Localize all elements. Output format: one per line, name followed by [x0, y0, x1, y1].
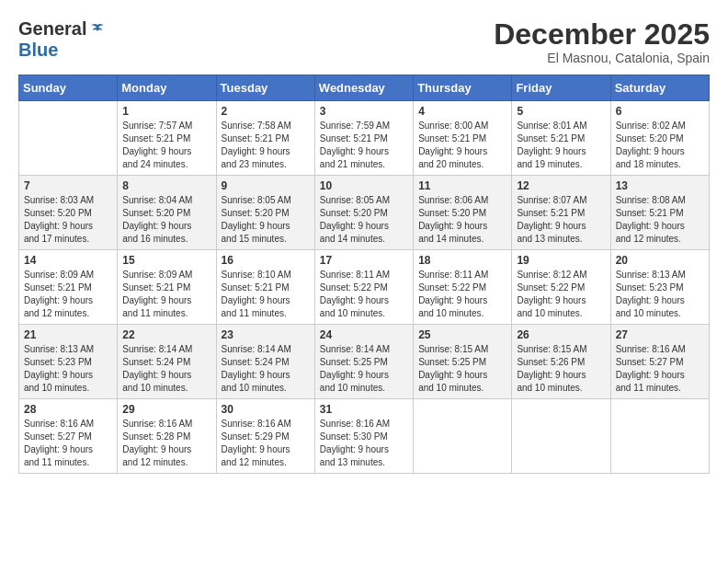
day-info: Sunrise: 8:16 AMSunset: 5:30 PMDaylight:…: [320, 419, 390, 467]
day-number: 20: [616, 254, 704, 267]
day-info: Sunrise: 7:57 AMSunset: 5:21 PMDaylight:…: [122, 121, 192, 169]
calendar-week-2: 7Sunrise: 8:03 AMSunset: 5:20 PMDaylight…: [19, 176, 710, 250]
calendar-week-4: 21Sunrise: 8:13 AMSunset: 5:23 PMDayligh…: [19, 325, 710, 399]
logo-bird-icon: [88, 20, 107, 39]
calendar-cell-w1-d4: 3Sunrise: 7:59 AMSunset: 5:21 PMDaylight…: [314, 101, 413, 176]
calendar-cell-w2-d3: 9Sunrise: 8:05 AMSunset: 5:20 PMDaylight…: [216, 176, 314, 250]
day-number: 15: [122, 254, 210, 267]
day-info: Sunrise: 8:14 AMSunset: 5:24 PMDaylight:…: [122, 344, 192, 393]
day-number: 27: [616, 328, 704, 341]
col-friday: Friday: [512, 75, 610, 101]
day-number: 7: [24, 179, 112, 192]
day-number: 1: [122, 105, 210, 118]
calendar-cell-w5-d7: [610, 399, 709, 474]
day-number: 9: [222, 179, 310, 192]
day-info: Sunrise: 8:16 AMSunset: 5:29 PMDaylight:…: [222, 419, 291, 467]
day-info: Sunrise: 8:15 AMSunset: 5:25 PMDaylight:…: [418, 344, 488, 393]
col-saturday: Saturday: [610, 75, 709, 101]
calendar-cell-w4-d2: 22Sunrise: 8:14 AMSunset: 5:24 PMDayligh…: [118, 325, 216, 399]
day-number: 4: [418, 105, 506, 118]
calendar-cell-w1-d2: 1Sunrise: 7:57 AMSunset: 5:21 PMDaylight…: [118, 101, 216, 176]
logo: General Blue: [18, 18, 107, 61]
calendar-cell-w5-d5: [414, 399, 512, 474]
calendar-cell-w5-d1: 28Sunrise: 8:16 AMSunset: 5:27 PMDayligh…: [19, 399, 118, 474]
col-sunday: Sunday: [19, 75, 118, 101]
day-info: Sunrise: 8:14 AMSunset: 5:25 PMDaylight:…: [320, 344, 390, 393]
calendar-cell-w4-d7: 27Sunrise: 8:16 AMSunset: 5:27 PMDayligh…: [610, 325, 709, 399]
calendar-table: Sunday Monday Tuesday Wednesday Thursday…: [18, 75, 710, 474]
day-number: 17: [320, 254, 408, 267]
day-info: Sunrise: 8:04 AMSunset: 5:20 PMDaylight:…: [122, 195, 192, 244]
day-info: Sunrise: 7:58 AMSunset: 5:21 PMDaylight:…: [222, 121, 291, 169]
day-number: 30: [222, 403, 310, 416]
page-header: General Blue December 2025 El Masnou, Ca…: [18, 18, 710, 65]
day-info: Sunrise: 8:13 AMSunset: 5:23 PMDaylight:…: [616, 270, 686, 318]
day-number: 19: [517, 254, 605, 267]
calendar-cell-w3-d4: 17Sunrise: 8:11 AMSunset: 5:22 PMDayligh…: [314, 250, 413, 325]
day-number: 24: [320, 328, 408, 341]
day-info: Sunrise: 8:10 AMSunset: 5:21 PMDaylight:…: [222, 270, 291, 318]
location-subtitle: El Masnou, Catalonia, Spain: [494, 51, 710, 65]
calendar-cell-w5-d4: 31Sunrise: 8:16 AMSunset: 5:30 PMDayligh…: [314, 399, 413, 474]
day-info: Sunrise: 8:13 AMSunset: 5:23 PMDaylight:…: [24, 344, 94, 393]
logo-blue: Blue: [18, 40, 58, 61]
month-year-title: December 2025: [494, 18, 710, 51]
calendar-cell-w3-d1: 14Sunrise: 8:09 AMSunset: 5:21 PMDayligh…: [19, 250, 118, 325]
day-number: 2: [222, 105, 310, 118]
calendar-cell-w3-d3: 16Sunrise: 8:10 AMSunset: 5:21 PMDayligh…: [216, 250, 314, 325]
day-number: 10: [320, 179, 408, 192]
day-info: Sunrise: 8:15 AMSunset: 5:26 PMDaylight:…: [517, 344, 586, 393]
day-number: 22: [122, 328, 210, 341]
calendar-cell-w5-d2: 29Sunrise: 8:16 AMSunset: 5:28 PMDayligh…: [118, 399, 216, 474]
day-number: 13: [616, 179, 704, 192]
day-number: 18: [418, 254, 506, 267]
day-number: 25: [418, 328, 506, 341]
calendar-week-3: 14Sunrise: 8:09 AMSunset: 5:21 PMDayligh…: [19, 250, 710, 325]
day-info: Sunrise: 8:16 AMSunset: 5:27 PMDaylight:…: [24, 419, 94, 467]
day-number: 5: [517, 105, 605, 118]
day-number: 28: [24, 403, 112, 416]
day-info: Sunrise: 8:11 AMSunset: 5:22 PMDaylight:…: [320, 270, 390, 318]
calendar-cell-w3-d2: 15Sunrise: 8:09 AMSunset: 5:21 PMDayligh…: [118, 250, 216, 325]
day-number: 29: [122, 403, 210, 416]
calendar-cell-w3-d5: 18Sunrise: 8:11 AMSunset: 5:22 PMDayligh…: [414, 250, 512, 325]
col-tuesday: Tuesday: [216, 75, 314, 101]
day-number: 6: [616, 105, 704, 118]
day-number: 26: [517, 328, 605, 341]
calendar-cell-w4-d3: 23Sunrise: 8:14 AMSunset: 5:24 PMDayligh…: [216, 325, 314, 399]
day-info: Sunrise: 8:11 AMSunset: 5:22 PMDaylight:…: [418, 270, 488, 318]
day-info: Sunrise: 8:08 AMSunset: 5:21 PMDaylight:…: [616, 195, 686, 244]
calendar-cell-w2-d2: 8Sunrise: 8:04 AMSunset: 5:20 PMDaylight…: [118, 176, 216, 250]
page-container: General Blue December 2025 El Masnou, Ca…: [18, 18, 710, 474]
day-info: Sunrise: 8:05 AMSunset: 5:20 PMDaylight:…: [320, 195, 390, 244]
day-number: 16: [222, 254, 310, 267]
calendar-cell-w3-d6: 19Sunrise: 8:12 AMSunset: 5:22 PMDayligh…: [512, 250, 610, 325]
calendar-cell-w2-d7: 13Sunrise: 8:08 AMSunset: 5:21 PMDayligh…: [610, 176, 709, 250]
day-info: Sunrise: 8:09 AMSunset: 5:21 PMDaylight:…: [24, 270, 94, 318]
day-number: 3: [320, 105, 408, 118]
calendar-week-1: 1Sunrise: 7:57 AMSunset: 5:21 PMDaylight…: [19, 101, 710, 176]
calendar-cell-w1-d6: 5Sunrise: 8:01 AMSunset: 5:21 PMDaylight…: [512, 101, 610, 176]
calendar-cell-w1-d5: 4Sunrise: 8:00 AMSunset: 5:21 PMDaylight…: [414, 101, 512, 176]
calendar-cell-w3-d7: 20Sunrise: 8:13 AMSunset: 5:23 PMDayligh…: [610, 250, 709, 325]
day-info: Sunrise: 8:16 AMSunset: 5:28 PMDaylight:…: [122, 419, 192, 467]
day-number: 23: [222, 328, 310, 341]
calendar-cell-w4-d6: 26Sunrise: 8:15 AMSunset: 5:26 PMDayligh…: [512, 325, 610, 399]
col-thursday: Thursday: [414, 75, 512, 101]
calendar-cell-w2-d1: 7Sunrise: 8:03 AMSunset: 5:20 PMDaylight…: [19, 176, 118, 250]
calendar-cell-w5-d6: [512, 399, 610, 474]
calendar-cell-w5-d3: 30Sunrise: 8:16 AMSunset: 5:29 PMDayligh…: [216, 399, 314, 474]
calendar-cell-w1-d3: 2Sunrise: 7:58 AMSunset: 5:21 PMDaylight…: [216, 101, 314, 176]
calendar-cell-w2-d6: 12Sunrise: 8:07 AMSunset: 5:21 PMDayligh…: [512, 176, 610, 250]
day-info: Sunrise: 8:07 AMSunset: 5:21 PMDaylight:…: [517, 195, 586, 244]
calendar-header-row: Sunday Monday Tuesday Wednesday Thursday…: [19, 75, 710, 101]
day-info: Sunrise: 8:14 AMSunset: 5:24 PMDaylight:…: [222, 344, 291, 393]
calendar-cell-w1-d7: 6Sunrise: 8:02 AMSunset: 5:20 PMDaylight…: [610, 101, 709, 176]
calendar-week-5: 28Sunrise: 8:16 AMSunset: 5:27 PMDayligh…: [19, 399, 710, 474]
calendar-cell-w4-d4: 24Sunrise: 8:14 AMSunset: 5:25 PMDayligh…: [314, 325, 413, 399]
day-info: Sunrise: 8:03 AMSunset: 5:20 PMDaylight:…: [24, 195, 94, 244]
title-block: December 2025 El Masnou, Catalonia, Spai…: [494, 18, 710, 65]
day-number: 31: [320, 403, 408, 416]
day-info: Sunrise: 8:00 AMSunset: 5:21 PMDaylight:…: [418, 121, 488, 169]
calendar-cell-w2-d4: 10Sunrise: 8:05 AMSunset: 5:20 PMDayligh…: [314, 176, 413, 250]
